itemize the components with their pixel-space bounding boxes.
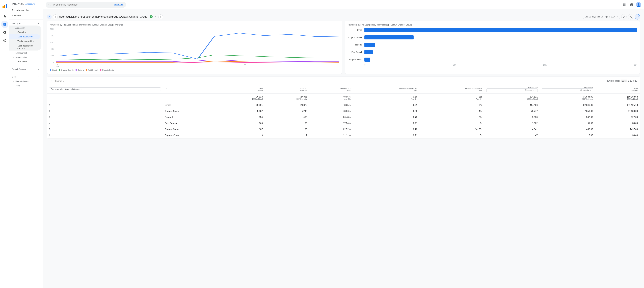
explore-icon-btn[interactable]: [1, 29, 8, 36]
overview-nav-item[interactable]: Overview: [10, 30, 40, 35]
acquisition-section[interactable]: Acquisition: [10, 26, 42, 30]
table-row: 1 Direct 30,301 20,870 43.55% 0.61 34s 4…: [47, 102, 640, 108]
table-row: 5 Organic Social 187 180 62.72% 0.78 1m …: [47, 126, 640, 132]
topbar-right: [621, 2, 641, 8]
engagement-section[interactable]: Engagement: [10, 51, 43, 55]
avg-engagement-header[interactable]: Average engagementtime: [420, 85, 484, 94]
key-events-filter[interactable]: All events: [542, 88, 593, 92]
realtime-item[interactable]: Realtime: [10, 13, 42, 18]
line-chart-card: New users by First user primary channel …: [47, 21, 342, 74]
all-accounts-link[interactable]: All accounts: [26, 3, 38, 5]
svg-point-4: [638, 3, 640, 5]
date-range-selector[interactable]: Last 28 days Mar 10 – Apr 6, 2024: [583, 15, 620, 19]
table-row: 4 Paid Search 365 80 17.54% 0.21 6s 1,82…: [47, 120, 640, 126]
chart-legend: Direct Organic Search Referral Paid: [50, 69, 339, 71]
page-title-row: A User acquisition: First user primary c…: [47, 12, 640, 21]
tech-section[interactable]: Tech: [10, 83, 43, 88]
line-chart-area: 10Mar 17 24 31: [56, 28, 339, 68]
traffic-acquisition-nav-item[interactable]: Traffic acquisition: [10, 39, 40, 44]
legend-paid-search: Paid Search: [86, 69, 98, 71]
svg-rect-1: [4, 5, 5, 8]
svg-rect-2: [6, 4, 7, 8]
content-area: A User acquisition: First user primary c…: [43, 10, 644, 288]
table-search-box[interactable]: [50, 79, 90, 83]
status-badge: [150, 15, 152, 18]
table-search-input[interactable]: [55, 80, 88, 82]
bar-row-referral: Referral: [364, 43, 637, 47]
topbar: Feedback: [43, 0, 644, 10]
svg-rect-0: [2, 6, 4, 8]
sort-icon-header[interactable]: [163, 85, 220, 94]
engaged-sessions-header[interactable]: Engagedsessions: [265, 85, 309, 94]
help-icon-btn[interactable]: [628, 2, 634, 8]
edit-report-btn[interactable]: [621, 14, 626, 20]
search-input[interactable]: [52, 3, 112, 6]
reports-snapshot-label: Reports snapshot: [12, 9, 29, 12]
user-attributes-section[interactable]: User attributes: [10, 79, 43, 83]
user-avatar[interactable]: [636, 2, 641, 8]
bar-chart-bars: Direct Organic Search Refe: [364, 28, 637, 63]
new-users-header[interactable]: Newusers: [220, 85, 265, 94]
legend-referral: Referral: [76, 69, 84, 71]
charts-row: New users by First user primary channel …: [47, 21, 640, 74]
rows-per-page-select[interactable]: 10 25 50: [621, 80, 627, 82]
home-icon-btn[interactable]: [1, 13, 8, 20]
title-dropdown-btn[interactable]: [154, 15, 157, 18]
bar-row-direct: Direct: [364, 28, 637, 32]
event-count-header[interactable]: Event count All events: [484, 85, 540, 94]
table-row: 6 Organic Video 9 1 11.11% 0.11 3s 47 2.…: [47, 132, 640, 138]
bar-chart-card: New users by First user primary channel …: [345, 21, 640, 74]
totals-row: 36,813 100% of total 27,355 100% of tota…: [47, 94, 640, 102]
table-row: 3 Referral 554 466 66.48% 0.78 22s 5,930…: [47, 114, 640, 120]
sessions-per-user-header[interactable]: Engaged sessions peruser: [352, 85, 420, 94]
line-chart-svg: [56, 28, 339, 63]
svg-point-5: [637, 5, 640, 8]
advertising-icon-btn[interactable]: [1, 37, 8, 44]
sidebar-nav: Analytics All accounts Reports snapshot …: [10, 0, 43, 288]
line-chart-title: New users by First user primary channel …: [50, 24, 339, 26]
lifecycle-section[interactable]: Life cycle: [10, 21, 43, 26]
user-acquisition-nav-item[interactable]: User acquisition: [10, 35, 40, 39]
add-comparison-btn[interactable]: [53, 15, 58, 19]
bar-row-organic-search: Organic Search: [364, 36, 637, 40]
add-tab-btn[interactable]: [158, 15, 163, 19]
share-btn[interactable]: [628, 14, 633, 20]
icon-sidebar: [0, 0, 10, 288]
dimension-column-header[interactable]: First user prim...Channel Group): [47, 85, 163, 94]
monetization-section[interactable]: Monetization: [10, 55, 43, 59]
search-box[interactable]: Feedback: [46, 2, 126, 8]
user-section[interactable]: User: [10, 74, 43, 79]
reports-icon-btn[interactable]: [1, 21, 8, 28]
property-avatar: A: [47, 15, 52, 19]
x-axis-labels: 10Mar 17 24 31: [56, 64, 339, 68]
legend-direct: Direct: [50, 69, 57, 71]
legend-organic-social: Organic Social: [100, 69, 114, 71]
data-table: First user prim...Channel Group) Newuser…: [47, 85, 640, 138]
pagination-info: 1-10 of 10: [628, 80, 637, 82]
event-count-filter[interactable]: All events: [486, 88, 538, 92]
dimension-filter-dropdown[interactable]: First user prim...Channel Group): [49, 87, 161, 91]
user-acquisition-cohorts-nav-item[interactable]: User acquisition cohorts: [10, 44, 40, 51]
search-console-section[interactable]: Search Console: [10, 67, 43, 71]
table-row: 2 Organic Search 5,387 5,243 73.86% 0.92…: [47, 108, 640, 114]
rows-per-page: Rows per page: 10 25 50 1-10 of 10: [606, 80, 637, 82]
sidebar-header: Analytics All accounts: [10, 0, 43, 8]
feedback-link[interactable]: Feedback: [114, 3, 124, 6]
realtime-label: Realtime: [12, 14, 21, 17]
header-actions: Last 28 days Mar 10 – Apr 6, 2024: [583, 14, 640, 20]
bar-row-paid-search: Paid Search: [364, 50, 637, 54]
bar-row-organic-social: Organic Social: [364, 58, 637, 62]
bar-x-axis: 0 10K 20K 30K: [364, 64, 637, 66]
search-icon: [48, 3, 51, 6]
key-events-header[interactable]: Key events All events: [540, 85, 595, 94]
table-search-icon: [51, 80, 54, 82]
engagement-rate-header[interactable]: Engagementrate: [309, 85, 352, 94]
analytics-logo: [2, 3, 7, 9]
reports-snapshot-item[interactable]: Reports snapshot: [10, 8, 42, 13]
table-toolbar: Rows per page: 10 25 50 1-10 of 10: [47, 77, 640, 85]
grid-icon-btn[interactable]: [621, 2, 627, 8]
insights-btn[interactable]: [634, 14, 640, 20]
total-revenue-header[interactable]: Totalrevenue: [595, 85, 640, 94]
bar-chart-title: New users by First user primary channel …: [348, 24, 637, 26]
retention-nav-item[interactable]: Retention: [10, 59, 42, 64]
